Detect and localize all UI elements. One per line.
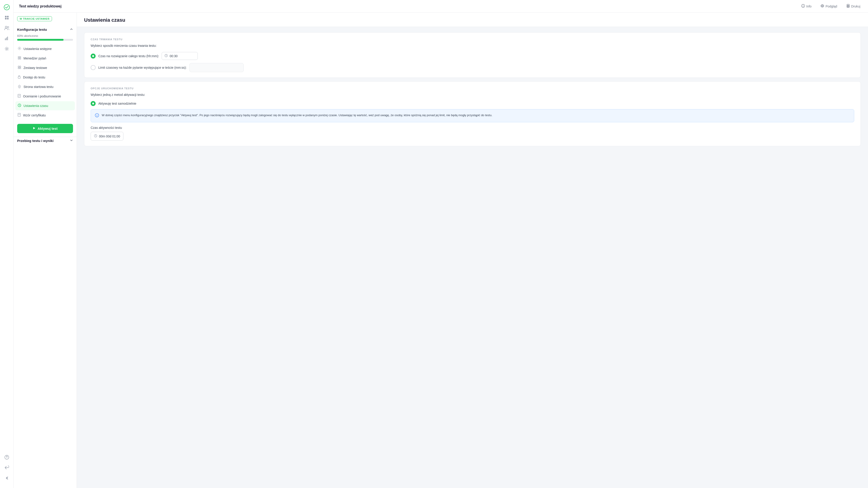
svg-rect-26 bbox=[20, 66, 21, 67]
sidebar-item-zestawy-testowe[interactable]: Zestawy testowe bbox=[16, 63, 75, 72]
progress-label: 83% ukończono bbox=[17, 34, 73, 37]
questions-icon bbox=[18, 56, 21, 61]
settings-icon bbox=[18, 47, 21, 51]
time-duration-label: CZAS TRWANIA TESTU bbox=[91, 38, 854, 41]
time-per-question-input[interactable] bbox=[189, 63, 244, 72]
home-icon bbox=[18, 85, 21, 89]
svg-rect-17 bbox=[847, 4, 849, 5]
time-duration-subtitle: Wybierz sposób mierzenia czasu trwania t… bbox=[91, 44, 854, 48]
print-button[interactable]: Drukuj bbox=[844, 3, 863, 10]
preview-label: Podgląd bbox=[826, 4, 837, 8]
self-activate-label: Aktywuję test samodzielnie bbox=[98, 102, 136, 105]
svg-rect-23 bbox=[18, 58, 19, 59]
content-area: W TRAKCIE USTAWIEŃ Konfiguracja testu 83… bbox=[13, 13, 868, 488]
nav-item-label: Zestawy testowe bbox=[24, 66, 47, 70]
activation-label: OPCJE URUCHOMIENIA TESTU bbox=[91, 87, 854, 90]
sidebar-item-ustawienia-czasu[interactable]: Ustawienia czasu bbox=[16, 101, 75, 110]
sidebar-item-ustawienia-wstepne[interactable]: Ustawienia wstępne bbox=[16, 44, 75, 53]
nav-users[interactable] bbox=[2, 24, 11, 33]
svg-rect-3 bbox=[5, 18, 6, 20]
sidebar-item-strona-startowa[interactable]: Strona startowa testu bbox=[16, 82, 75, 91]
chevron-down-icon bbox=[70, 139, 73, 143]
self-activate-radio[interactable] bbox=[91, 101, 96, 106]
sidebar-item-menedzer-pytan[interactable]: Menedżer pytań bbox=[16, 54, 75, 63]
time-whole-test-input[interactable] bbox=[169, 54, 188, 58]
print-label: Drukuj bbox=[851, 4, 860, 8]
self-activate-row: Aktywuję test samodzielnie bbox=[91, 101, 854, 106]
sidebar-item-ocenianie[interactable]: Ocenianie i podsumowanie bbox=[16, 92, 75, 101]
sidebar-item-dostep[interactable]: Dostęp do testu bbox=[16, 73, 75, 82]
info-box: W dolnej części menu konfiguracyjnego zn… bbox=[91, 109, 854, 122]
time-options: Czas na rozwiązanie całego testu (hh:mm)… bbox=[91, 52, 854, 72]
certificate-icon bbox=[18, 113, 21, 118]
chevron-up-icon bbox=[70, 28, 73, 31]
sidebar-item-wzor-certyfikatu[interactable]: Wzór certyfikatu bbox=[16, 111, 75, 120]
nav-collapse[interactable] bbox=[2, 474, 11, 483]
time-whole-test-radio[interactable] bbox=[91, 54, 96, 59]
nav-logo[interactable] bbox=[2, 3, 11, 12]
nav-items: Ustawienia wstępne Menedżer pytań bbox=[13, 43, 76, 121]
svg-point-42 bbox=[97, 114, 97, 115]
preview-icon bbox=[820, 4, 824, 8]
activate-btn-label: Aktywuj test bbox=[37, 127, 57, 130]
nav-help[interactable] bbox=[2, 453, 11, 462]
page-title: Test wiedzy produktowej bbox=[19, 4, 61, 8]
config-section-title: Konfiguracja testu bbox=[17, 28, 47, 31]
progress-bar-background bbox=[17, 39, 73, 41]
svg-rect-25 bbox=[18, 66, 19, 67]
content-title: Ustawienia czasu bbox=[84, 17, 861, 23]
nav-settings[interactable] bbox=[2, 44, 11, 53]
svg-point-5 bbox=[5, 26, 7, 28]
svg-rect-4 bbox=[7, 18, 8, 20]
svg-rect-24 bbox=[20, 58, 21, 59]
results-section-toggle[interactable]: Przebieg testu i wyniki bbox=[13, 137, 76, 145]
nav-analytics[interactable] bbox=[2, 34, 11, 43]
svg-point-6 bbox=[7, 26, 9, 28]
svg-rect-9 bbox=[7, 37, 8, 40]
nav-item-label: Ustawienia wstępne bbox=[24, 47, 52, 51]
svg-point-20 bbox=[19, 48, 20, 49]
nav-grid[interactable] bbox=[2, 13, 11, 22]
activity-clock-icon bbox=[94, 134, 97, 138]
svg-point-0 bbox=[4, 4, 9, 10]
time-per-question-radio[interactable] bbox=[91, 65, 96, 70]
test-sets-icon bbox=[18, 65, 21, 70]
info-icon bbox=[801, 4, 805, 8]
clock-icon bbox=[18, 103, 21, 108]
lock-icon bbox=[18, 75, 21, 80]
nav-item-label: Ocenianie i podsumowanie bbox=[23, 94, 61, 98]
time-activity-label: Czas aktywności testu bbox=[91, 126, 854, 129]
svg-rect-28 bbox=[20, 68, 21, 69]
svg-rect-8 bbox=[6, 37, 7, 40]
time-whole-test-input-wrapper bbox=[162, 52, 198, 60]
nav-item-label: Dostęp do testu bbox=[23, 75, 45, 79]
play-icon bbox=[33, 127, 36, 130]
config-section-toggle[interactable]: Konfiguracja testu bbox=[13, 26, 76, 33]
print-icon bbox=[846, 4, 850, 8]
svg-rect-29 bbox=[18, 77, 20, 79]
nav-item-label: Strona startowa testu bbox=[24, 85, 53, 89]
time-whole-test-label: Czas na rozwiązanie całego testu (hh:mm)… bbox=[98, 54, 159, 58]
svg-rect-22 bbox=[20, 57, 21, 58]
svg-rect-30 bbox=[19, 87, 20, 88]
svg-point-10 bbox=[6, 48, 7, 50]
time-duration-section: CZAS TRWANIA TESTU Wybierz sposób mierze… bbox=[84, 32, 861, 78]
preview-button[interactable]: Podgląd bbox=[818, 3, 839, 10]
nav-item-label: Wzór certyfikatu bbox=[23, 114, 46, 117]
nav-back[interactable] bbox=[2, 463, 11, 472]
sidebar: W TRAKCIE USTAWIEŃ Konfiguracja testu 83… bbox=[13, 13, 77, 488]
activation-subtitle: Wybierz jedną z metod aktywacji testu: bbox=[91, 93, 854, 96]
info-circle-icon bbox=[95, 113, 99, 118]
results-section-title: Przebieg testu i wyniki bbox=[17, 139, 54, 143]
time-activity-display: 00m 00d 01:00 bbox=[91, 132, 123, 141]
svg-point-12 bbox=[6, 458, 7, 459]
info-button[interactable]: Info bbox=[799, 3, 814, 10]
results-section: Przebieg testu i wyniki bbox=[13, 137, 76, 145]
content-header: Ustawienia czasu bbox=[77, 13, 868, 27]
top-header: Test wiedzy produktowej Info bbox=[13, 0, 868, 13]
info-text: W dolnej części menu konfiguracyjnego zn… bbox=[102, 113, 492, 118]
svg-rect-27 bbox=[18, 68, 19, 69]
activate-test-button[interactable]: Aktywuj test bbox=[17, 124, 73, 133]
progress-area: 83% ukończono bbox=[13, 33, 76, 43]
time-per-question-row: Limit czasowy na każde pytanie występują… bbox=[91, 63, 854, 72]
